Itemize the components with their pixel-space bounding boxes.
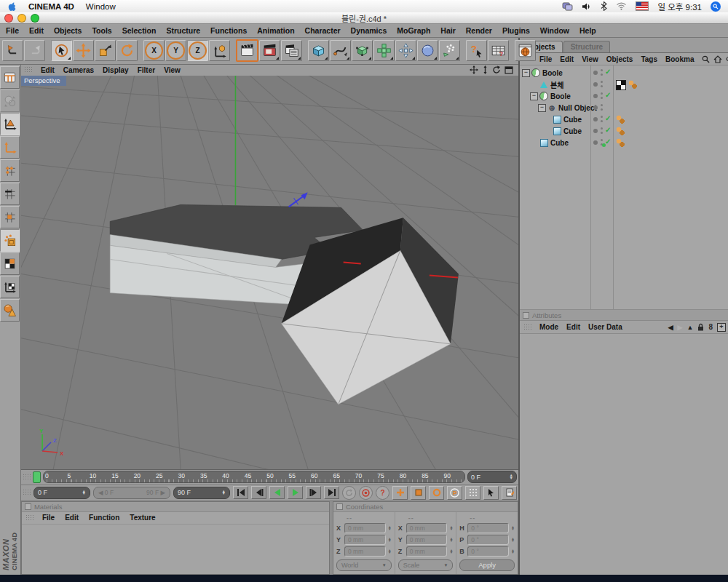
texture-tag-icon[interactable] [616,80,626,90]
visibility-dots[interactable] [601,127,603,129]
scrub-left-arrow[interactable]: ◀ [98,489,105,496]
polygon-mode-button[interactable] [0,206,20,228]
menu-item[interactable]: Dynamics [351,26,387,35]
visibility-dots[interactable] [601,116,603,118]
tab-structure[interactable]: Structure [563,41,610,52]
enabled-check-icon[interactable]: ✓ [605,126,611,134]
timeline-ruler[interactable]: 051015202530354045505560657075808590 [43,471,465,483]
rotation-b-field[interactable]: 0 ° [467,546,509,557]
size-y-field[interactable]: 0 mm [406,535,448,545]
visibility-dots[interactable] [601,81,603,83]
position-z-field[interactable]: 0 mm [344,546,386,557]
range-start-field[interactable]: 0 F▲▼ [33,487,90,499]
layer-dot[interactable] [593,117,598,121]
record-rotation-button[interactable] [429,486,444,500]
phong-tag-icon[interactable] [616,127,625,135]
phong-tag-icon[interactable] [628,80,637,89]
point-mode-button[interactable] [0,159,20,182]
up-arrow-icon[interactable]: ▲ [687,324,694,331]
add-hypernurbs-button[interactable] [352,40,373,61]
attributes-menu-item[interactable]: Mode [539,323,558,331]
materials-list-area[interactable] [22,525,329,574]
drag-handle[interactable] [25,514,33,522]
add-modeling-object-button[interactable] [373,40,395,61]
lock-x-axis-button[interactable]: X [143,40,165,61]
position-y-field[interactable]: 0 mm [344,535,386,545]
layer-dot[interactable] [593,82,598,87]
visibility-dots[interactable] [601,104,603,106]
menu-item[interactable]: Render [466,26,492,35]
content-browser-button[interactable]: ? [488,40,509,61]
object-manager-menu-item[interactable]: Tags [641,55,657,63]
apple-menu-icon[interactable] [7,1,17,12]
menu-item[interactable]: Window [540,26,569,35]
forward-arrow-icon[interactable]: ▶ [678,324,683,331]
enabled-check-icon[interactable]: ✓ [605,137,611,146]
expander-icon[interactable]: − [538,104,546,112]
menu-item[interactable]: File [6,26,19,35]
menubar-clock[interactable]: 일 오후 9:31 [657,1,702,12]
goto-start-button[interactable] [233,486,248,499]
live-selection-button[interactable] [51,40,72,61]
panel-pin-checkbox[interactable] [336,503,343,510]
object-manager-menu-item[interactable]: File [539,55,552,63]
menu-item[interactable]: Character [305,26,341,35]
render-settings-button[interactable] [281,40,302,61]
expander-icon[interactable]: − [522,69,530,77]
viewport-menu-item[interactable]: Edit [41,66,55,74]
coordinate-system-button[interactable] [209,40,230,61]
materials-menu-item[interactable]: Function [89,514,119,522]
add-particle-emitter-button[interactable] [439,40,460,61]
use-deformed-editing-button[interactable] [0,89,20,112]
playhead[interactable] [33,471,41,483]
menu-item[interactable]: Functions [210,26,247,35]
lock-icon[interactable] [697,323,704,331]
attributes-titlebar[interactable]: Attributes [520,310,728,321]
size-x-field[interactable]: 0 mm [406,523,448,533]
record-button[interactable] [359,486,373,500]
visibility-dots[interactable] [601,139,603,141]
attributes-menu-item[interactable]: Edit [566,323,580,331]
previous-frame-button[interactable] [251,486,266,499]
enabled-check-icon[interactable]: ✓ [605,91,611,99]
viewport-menu-item[interactable]: Filter [138,66,155,74]
spotlight-icon[interactable] [711,1,721,12]
toggle-view-icon[interactable] [505,66,513,74]
add-spline-button[interactable] [330,40,351,61]
menu-item[interactable]: Objects [54,26,82,35]
online-updater-button[interactable] [515,40,536,61]
viewport-menu-item[interactable]: Cameras [63,66,94,74]
tree-row[interactable]: − 본체 ✓ [520,79,728,90]
layer-dot[interactable] [593,105,598,110]
size-mode-select[interactable]: Scale▼ [398,559,454,571]
menu-item[interactable]: Help [579,26,596,35]
coordinate-space-select[interactable]: World▼ [336,559,392,571]
wifi-icon[interactable] [616,2,627,10]
cycle-button[interactable] [342,486,356,500]
apply-button[interactable]: Apply [459,559,515,571]
move-tool-button[interactable] [73,40,94,61]
rotation-p-field[interactable]: 0 ° [467,535,509,545]
rotation-h-field[interactable]: 0 ° [467,523,509,533]
object-axis-mode-button[interactable] [0,136,20,159]
menu-item[interactable]: Hair [440,26,455,35]
timeline-doc-button[interactable] [502,486,517,500]
menu-item[interactable]: Edit [29,26,44,35]
displays-icon[interactable] [562,2,573,11]
back-arrow-icon[interactable]: ◀ [668,324,673,331]
panel-pin-checkbox[interactable] [523,312,529,319]
viewport-menu-item[interactable]: Display [103,66,129,74]
record-position-button[interactable] [392,486,408,500]
drag-handle[interactable] [23,489,31,496]
texture-axis-mode-button[interactable] [0,252,20,275]
model-mode-button[interactable] [0,113,20,135]
visibility-dots[interactable] [601,92,603,95]
attributes-content-area[interactable] [520,334,728,575]
visibility-dots[interactable] [601,69,603,71]
record-pla-button[interactable] [465,486,480,500]
materials-menu-item[interactable]: Texture [130,514,155,522]
add-cube-primitive-button[interactable] [308,40,329,61]
layer-dot[interactable] [593,71,598,75]
layer-dot[interactable] [593,140,598,145]
add-environment-button[interactable] [417,40,438,61]
